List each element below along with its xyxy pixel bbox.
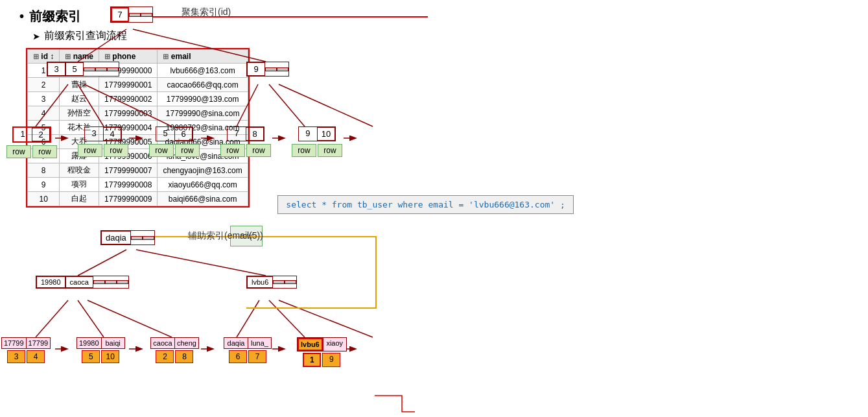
bl3-leaf-1: 17799 17799 3 4: [1, 337, 51, 363]
bl3-leaf-2: 19980 baiqi 5 10: [76, 337, 125, 363]
svg-line-5: [237, 84, 258, 126]
l2-right-key: 9: [247, 62, 265, 76]
svg-line-16: [36, 300, 68, 337]
bl2-left-node: 19980 caoca: [36, 276, 129, 289]
l3-leaf-5: 9 10 row row: [292, 126, 342, 157]
svg-line-4: [84, 84, 172, 126]
svg-line-14: [78, 250, 126, 276]
l2-key1: 3: [47, 62, 65, 76]
svg-line-1: [133, 29, 266, 62]
l2-left-node: 3 5: [47, 62, 119, 77]
svg-line-18: [88, 300, 172, 337]
svg-line-7: [279, 84, 373, 126]
svg-line-15: [136, 250, 266, 276]
bl2-right-node: lvbu6: [246, 276, 297, 289]
bl3-leaf-5: lvbu6 xiaoy 1 9: [297, 337, 347, 367]
root-key: 7: [111, 7, 129, 22]
svg-line-0: [78, 29, 126, 62]
svg-line-21: [279, 300, 373, 337]
cluster-index-label: 聚集索引(id): [182, 6, 231, 18]
root-node-top: 7: [110, 6, 153, 23]
root-ptr2: [141, 13, 152, 17]
bl3-leaf-3: caoca cheng 2 8: [150, 337, 199, 363]
l3-leaf-2: 3 4 row row: [78, 126, 128, 157]
l3-leaf-1: 1 2 row row: [6, 126, 57, 158]
btree-diagram: 聚集索引(id) 辅助索引(email(5)) 7 3 5 9 1 2 row …: [0, 0, 454, 417]
l2-key2: 5: [65, 62, 84, 76]
l3-leaf-4: 7 8 row row: [220, 126, 271, 157]
l2-right-node: 9: [246, 62, 289, 77]
root-bottom-key: daqia: [101, 231, 131, 244]
root-node-bottom: daqia: [100, 230, 155, 245]
root-ptr1: [129, 13, 141, 17]
l3-leaf-3: 5 6 row row: [149, 126, 200, 157]
svg-line-2: [36, 84, 68, 126]
svg-line-20: [269, 300, 305, 337]
svg-line-3: [78, 84, 104, 126]
bl3-leaf-4: daqia luna_ 6 7: [224, 337, 272, 363]
svg-line-19: [237, 300, 259, 337]
aux-index-label: 辅助索引(email(5)): [188, 230, 263, 242]
svg-line-17: [78, 300, 104, 337]
svg-line-6: [269, 84, 305, 126]
